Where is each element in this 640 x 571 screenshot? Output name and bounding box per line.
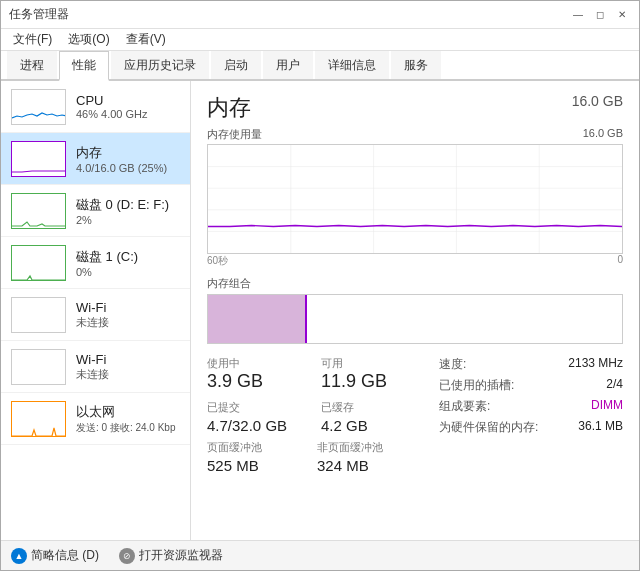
tab-details[interactable]: 详细信息	[315, 51, 389, 79]
memory-info: 内存 4.0/16.0 GB (25%)	[76, 144, 167, 174]
summary-label: 简略信息 (D)	[31, 547, 99, 564]
available-label: 可用	[321, 356, 423, 371]
disk0-info: 磁盘 0 (D: E: F:) 2%	[76, 196, 169, 226]
sidebar-item-disk1[interactable]: 磁盘 1 (C:) 0%	[1, 237, 190, 289]
stat-non-paged-pool: 非页面缓冲池 324 MB	[317, 440, 423, 474]
reserved-value: 36.1 MB	[578, 419, 623, 436]
disk1-thumb	[11, 245, 66, 281]
reserved-row: 为硬件保留的内存: 36.1 MB	[439, 419, 623, 436]
committed-value: 4.7/32.0 GB	[207, 417, 309, 434]
cpu-label: CPU	[76, 93, 148, 108]
factor-label: 组成要素:	[439, 398, 490, 415]
chart-time-end: 0	[617, 254, 623, 268]
disk1-info: 磁盘 1 (C:) 0%	[76, 248, 138, 278]
committed-label: 已提交	[207, 400, 309, 415]
cpu-info: CPU 46% 4.00 GHz	[76, 93, 148, 120]
summary-button[interactable]: ▲ 简略信息 (D)	[11, 547, 99, 564]
wifi2-label: Wi-Fi	[76, 352, 109, 367]
menubar: 文件(F) 选项(O) 查看(V)	[1, 29, 639, 51]
tab-performance[interactable]: 性能	[59, 51, 109, 81]
menu-file[interactable]: 文件(F)	[5, 29, 60, 50]
non-paged-pool-label: 非页面缓冲池	[317, 440, 423, 455]
tab-services[interactable]: 服务	[391, 51, 441, 79]
svg-rect-2	[12, 194, 66, 229]
stats-left: 使用中 3.9 GB 可用 11.9 GB 已提交 4.7/32.0 GB	[207, 356, 423, 474]
content-area: CPU 46% 4.00 GHz 内存 4.0/16.0 GB (25%)	[1, 81, 639, 540]
tab-app-history[interactable]: 应用历史记录	[111, 51, 209, 79]
title-bar: 任务管理器 — ◻ ✕	[1, 1, 639, 29]
sidebar-item-wifi1[interactable]: Wi-Fi 未连接	[1, 289, 190, 341]
non-paged-pool-value: 324 MB	[317, 457, 423, 474]
tab-users[interactable]: 用户	[263, 51, 313, 79]
memory-label: 内存	[76, 144, 167, 162]
sidebar-item-cpu[interactable]: CPU 46% 4.00 GHz	[1, 81, 190, 133]
wifi1-thumb	[11, 297, 66, 333]
menu-view[interactable]: 查看(V)	[118, 29, 174, 50]
usage-chart-section: 内存使用量 16.0 GB	[207, 127, 623, 268]
svg-rect-6	[12, 402, 66, 437]
in-use-label: 使用中	[207, 356, 309, 371]
tab-process[interactable]: 进程	[7, 51, 57, 79]
mem-comp-label: 内存组合	[207, 276, 623, 291]
usage-chart-max: 16.0 GB	[583, 127, 623, 142]
stat-cached: 已缓存 4.2 GB	[321, 400, 423, 434]
tabs-bar: 进程 性能 应用历史记录 启动 用户 详细信息 服务	[1, 51, 639, 81]
sidebar-item-disk0[interactable]: 磁盘 0 (D: E: F:) 2%	[1, 185, 190, 237]
paged-pool-value: 525 MB	[207, 457, 313, 474]
footer: ▲ 简略信息 (D) ⊘ 打开资源监视器	[1, 540, 639, 570]
wifi2-thumb	[11, 349, 66, 385]
svg-rect-0	[12, 90, 66, 125]
usage-chart-label: 内存使用量	[207, 127, 262, 142]
speed-label: 速度:	[439, 356, 466, 373]
title-controls: — ◻ ✕	[569, 6, 631, 24]
usage-chart-box	[207, 144, 623, 254]
close-button[interactable]: ✕	[613, 6, 631, 24]
ethernet-info: 以太网 发送: 0 接收: 24.0 Kbp	[76, 403, 176, 435]
paged-pool-label: 页面缓冲池	[207, 440, 313, 455]
sidebar-item-ethernet[interactable]: 以太网 发送: 0 接收: 24.0 Kbp	[1, 393, 190, 445]
monitor-button[interactable]: ⊘ 打开资源监视器	[119, 547, 223, 564]
tab-startup[interactable]: 启动	[211, 51, 261, 79]
svg-rect-5	[12, 350, 66, 385]
cached-label: 已缓存	[321, 400, 423, 415]
window: 任务管理器 — ◻ ✕ 文件(F) 选项(O) 查看(V) 进程 性能 应用历史…	[0, 0, 640, 571]
stats-right: 速度: 2133 MHz 已使用的插槽: 2/4 组成要素: DIMM 为硬件保…	[423, 356, 623, 474]
wifi2-info: Wi-Fi 未连接	[76, 352, 109, 382]
memory-stat: 4.0/16.0 GB (25%)	[76, 162, 167, 174]
wifi2-stat: 未连接	[76, 367, 109, 382]
stat-paged-pool: 页面缓冲池 525 MB	[207, 440, 313, 474]
minimize-button[interactable]: —	[569, 6, 587, 24]
chart-time-start: 60秒	[207, 254, 228, 268]
memory-thumb	[11, 141, 66, 177]
ethernet-stat: 发送: 0 接收: 24.0 Kbp	[76, 421, 176, 435]
mem-comp-bar	[207, 294, 623, 344]
memory-comp-section: 内存组合	[207, 276, 623, 344]
disk0-thumb	[11, 193, 66, 229]
speed-value: 2133 MHz	[568, 356, 623, 373]
svg-rect-3	[12, 246, 66, 281]
maximize-button[interactable]: ◻	[591, 6, 609, 24]
sidebar-item-memory[interactable]: 内存 4.0/16.0 GB (25%)	[1, 133, 190, 185]
factor-row: 组成要素: DIMM	[439, 398, 623, 415]
ethernet-thumb	[11, 401, 66, 437]
stat-in-use: 使用中 3.9 GB	[207, 356, 309, 392]
disk0-stat: 2%	[76, 214, 169, 226]
main-panel: 内存 16.0 GB 内存使用量 16.0 GB	[191, 81, 639, 540]
menu-options[interactable]: 选项(O)	[60, 29, 117, 50]
ethernet-label: 以太网	[76, 403, 176, 421]
in-use-value: 3.9 GB	[207, 371, 309, 392]
chart-time-labels: 60秒 0	[207, 254, 623, 268]
available-value: 11.9 GB	[321, 371, 423, 392]
disk0-label: 磁盘 0 (D: E: F:)	[76, 196, 169, 214]
main-header: 内存 16.0 GB	[207, 93, 623, 123]
sidebar-item-wifi2[interactable]: Wi-Fi 未连接	[1, 341, 190, 393]
sidebar: CPU 46% 4.00 GHz 内存 4.0/16.0 GB (25%)	[1, 81, 191, 540]
main-total: 16.0 GB	[572, 93, 623, 109]
usage-chart-label-row: 内存使用量 16.0 GB	[207, 127, 623, 144]
stat-committed: 已提交 4.7/32.0 GB	[207, 400, 309, 434]
cpu-stat: 46% 4.00 GHz	[76, 108, 148, 120]
slots-row: 已使用的插槽: 2/4	[439, 377, 623, 394]
cached-value: 4.2 GB	[321, 417, 423, 434]
monitor-label: 打开资源监视器	[139, 547, 223, 564]
slots-label: 已使用的插槽:	[439, 377, 514, 394]
